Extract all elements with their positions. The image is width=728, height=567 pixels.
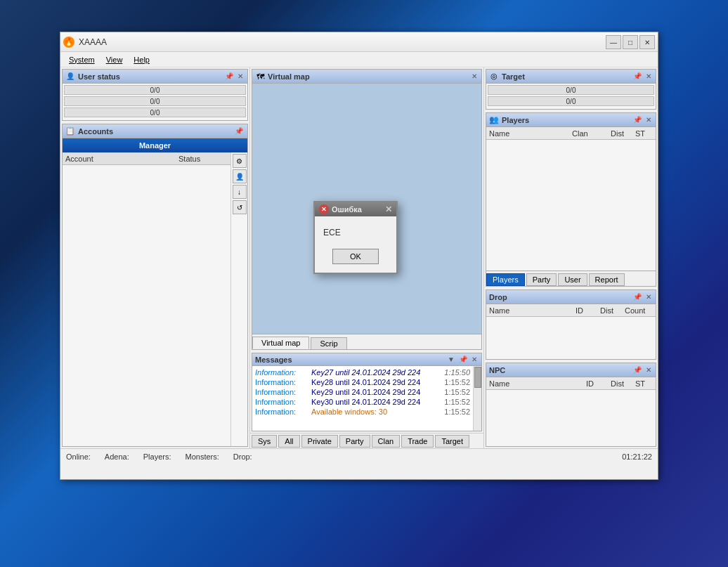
dialog-icon: ✕ xyxy=(319,204,329,214)
dialog-title-text: Ошибка xyxy=(332,205,362,214)
dialog-overlay: ✕ Ошибка ✕ ECE OK xyxy=(60,32,658,479)
dialog-title-bar: ✕ Ошибка ✕ xyxy=(315,202,396,216)
error-dialog: ✕ Ошибка ✕ ECE OK xyxy=(313,201,398,274)
dialog-message: ECE xyxy=(323,228,388,237)
desktop: 🔥 XAAAA — □ ✕ System View Help xyxy=(0,0,728,567)
app-window: 🔥 XAAAA — □ ✕ System View Help xyxy=(60,32,658,480)
dialog-content: ECE OK xyxy=(315,216,396,273)
dialog-ok-button[interactable]: OK xyxy=(332,249,379,264)
dialog-close-button[interactable]: ✕ xyxy=(385,204,392,214)
